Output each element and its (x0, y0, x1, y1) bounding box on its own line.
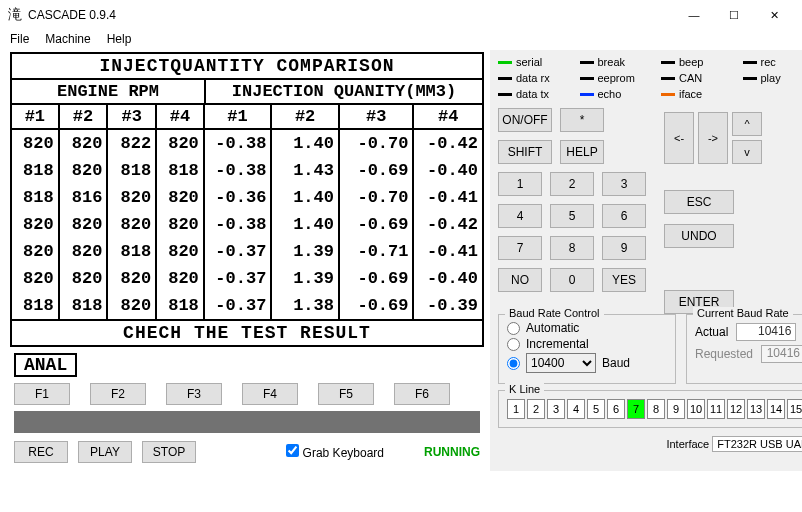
play-led-icon (743, 77, 757, 80)
f4-button[interactable]: F4 (242, 383, 298, 405)
break-led-icon (580, 61, 594, 64)
f3-button[interactable]: F3 (166, 383, 222, 405)
stop-button[interactable]: STOP (142, 441, 196, 463)
key-1[interactable]: 1 (498, 172, 542, 196)
menu-help[interactable]: Help (107, 32, 132, 46)
f1-button[interactable]: F1 (14, 383, 70, 405)
baud-manual-radio[interactable]: 10400 Baud (507, 353, 667, 373)
function-key-row: F1 F2 F3 F4 F5 F6 (14, 383, 480, 405)
grab-keyboard-checkbox[interactable]: Grab Keyboard (286, 444, 384, 460)
datarx-led-icon (498, 77, 512, 80)
star-button[interactable]: * (560, 108, 604, 132)
table-row: 820820820820-0.371.39-0.69-0.40 (12, 265, 482, 292)
menu-file[interactable]: File (10, 32, 29, 46)
key-2[interactable]: 2 (550, 172, 594, 196)
can-led-icon (661, 77, 675, 80)
key-4[interactable]: 4 (498, 204, 542, 228)
led-panel: serial break beep rec data rx eeprom CAN… (498, 56, 802, 100)
menu-machine[interactable]: Machine (45, 32, 90, 46)
table-row: 818816820820-0.361.40-0.70-0.41 (12, 184, 482, 211)
no-button[interactable]: NO (498, 268, 542, 292)
onoff-button[interactable]: ON/OFF (498, 108, 552, 132)
kline-9[interactable]: 9 (667, 399, 685, 419)
help-button[interactable]: HELP (560, 140, 604, 164)
interface-value: FT232R USB UAR (712, 436, 802, 452)
key-3[interactable]: 3 (602, 172, 646, 196)
injection-qty-header: INJECTION QUANITY(MM3) (206, 80, 482, 103)
shift-button[interactable]: SHIFT (498, 140, 552, 164)
kline-3[interactable]: 3 (547, 399, 565, 419)
close-button[interactable]: ✕ (754, 1, 794, 29)
actual-baud-field: 10416 (736, 323, 796, 341)
table-row: 820820822820-0.381.40-0.70-0.42 (12, 130, 482, 157)
terminal-footer: CHECH THE TEST RESULT (12, 319, 482, 345)
undo-button[interactable]: UNDO (664, 224, 734, 248)
kline-group: K Line 123456789101112131415 (498, 390, 802, 428)
interface-label: Interface FT232R USB UAR (498, 436, 802, 452)
rec-led-icon (743, 61, 757, 64)
rec-button[interactable]: REC (14, 441, 68, 463)
key-9[interactable]: 9 (602, 236, 646, 260)
terminal-display: INJECTQUANTITY COMPARISON ENGINE RPM INJ… (10, 52, 484, 347)
table-row: 818820818818-0.381.43-0.69-0.40 (12, 157, 482, 184)
kline-13[interactable]: 13 (747, 399, 765, 419)
key-8[interactable]: 8 (550, 236, 594, 260)
key-6[interactable]: 6 (602, 204, 646, 228)
kline-6[interactable]: 6 (607, 399, 625, 419)
baud-auto-radio[interactable]: Automatic (507, 321, 667, 335)
play-button[interactable]: PLAY (78, 441, 132, 463)
echo-led-icon (580, 93, 594, 96)
numeric-keypad: 1 2 3 4 5 6 7 8 9 NO 0 YES (498, 172, 646, 292)
maximize-button[interactable]: ☐ (714, 1, 754, 29)
key-0[interactable]: 0 (550, 268, 594, 292)
f5-button[interactable]: F5 (318, 383, 374, 405)
key-5[interactable]: 5 (550, 204, 594, 228)
key-7[interactable]: 7 (498, 236, 542, 260)
kline-11[interactable]: 11 (707, 399, 725, 419)
mode-indicator: ANAL (14, 353, 77, 377)
kline-15[interactable]: 15 (787, 399, 802, 419)
terminal-title: INJECTQUANTITY COMPARISON (12, 54, 482, 80)
serial-led-icon (498, 61, 512, 64)
arrow-up[interactable]: ^ (732, 112, 762, 136)
datatx-led-icon (498, 93, 512, 96)
arrow-left[interactable]: <- (664, 112, 694, 164)
beep-led-icon (661, 61, 675, 64)
kline-1[interactable]: 1 (507, 399, 525, 419)
table-row: 820820820820-0.381.40-0.69-0.42 (12, 211, 482, 238)
esc-button[interactable]: ESC (664, 190, 734, 214)
table-row: 820820818820-0.371.39-0.71-0.41 (12, 238, 482, 265)
kline-4[interactable]: 4 (567, 399, 585, 419)
status-label: RUNNING (424, 445, 480, 459)
baud-select[interactable]: 10400 (526, 353, 596, 373)
baud-incremental-radio[interactable]: Incremental (507, 337, 667, 351)
menu-bar: File Machine Help (0, 30, 802, 50)
app-icon: 滝 (8, 6, 22, 24)
kline-8[interactable]: 8 (647, 399, 665, 419)
kline-5[interactable]: 5 (587, 399, 605, 419)
eeprom-led-icon (580, 77, 594, 80)
iface-led-icon (661, 93, 675, 96)
f6-button[interactable]: F6 (394, 383, 450, 405)
title-bar: 滝 CASCADE 0.9.4 — ☐ ✕ (0, 0, 802, 30)
requested-baud-field: 10416 (761, 345, 802, 363)
progress-bar (14, 411, 480, 433)
kline-12[interactable]: 12 (727, 399, 745, 419)
window-title: CASCADE 0.9.4 (28, 8, 674, 22)
kline-10[interactable]: 10 (687, 399, 705, 419)
arrow-down[interactable]: v (732, 140, 762, 164)
f2-button[interactable]: F2 (90, 383, 146, 405)
table-row: 818818820818-0.371.38-0.69-0.39 (12, 292, 482, 319)
kline-7[interactable]: 7 (627, 399, 645, 419)
kline-14[interactable]: 14 (767, 399, 785, 419)
engine-rpm-header: ENGINE RPM (12, 80, 206, 103)
column-headers: #1 #2 #3 #4 #1 #2 #3 #4 (12, 105, 482, 130)
baud-rate-control-group: Baud Rate Control Automatic Incremental … (498, 314, 676, 384)
arrow-right[interactable]: -> (698, 112, 728, 164)
arrow-pad: <- ^ -> v (664, 112, 762, 164)
kline-2[interactable]: 2 (527, 399, 545, 419)
yes-button[interactable]: YES (602, 268, 646, 292)
current-baud-group: Current Baud Rate Actual10416 Requested1… (686, 314, 802, 384)
minimize-button[interactable]: — (674, 1, 714, 29)
